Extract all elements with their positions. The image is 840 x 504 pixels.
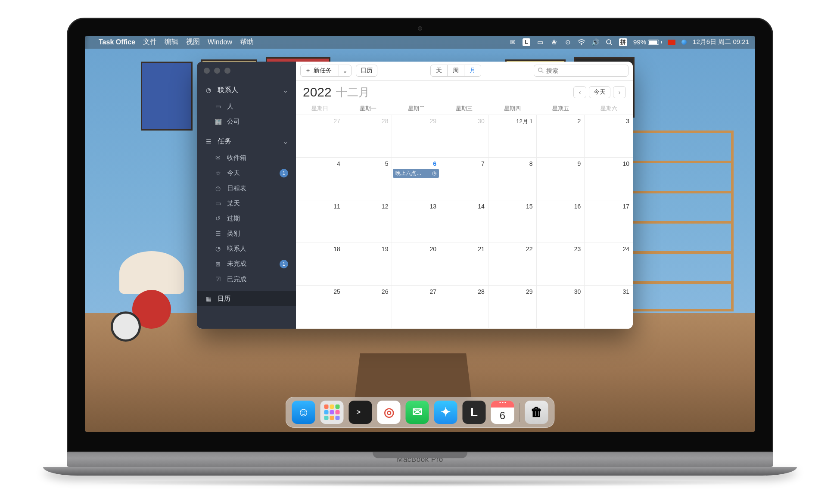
sidebar-item-person[interactable]: ◔联系人 [197, 241, 296, 256]
fullscreen-icon[interactable] [224, 68, 230, 74]
dock-app-chrome[interactable]: ◎ [377, 401, 401, 424]
calendar-cell[interactable]: 16 [537, 200, 585, 243]
sidebar-item-check-square[interactable]: ☑已完成 [197, 272, 296, 287]
menu-file[interactable]: 文件 [143, 37, 157, 47]
calendar-cell[interactable]: 26 [344, 286, 392, 328]
sidebar-item-calendar[interactable]: ▦ 日历 [197, 291, 296, 306]
menubar-app-name[interactable]: Task Office [99, 38, 135, 46]
dock-app-wechat[interactable]: ✉ [406, 401, 429, 424]
battery-indicator[interactable]: 99% [633, 38, 662, 46]
calendar-cell[interactable]: 25 [296, 286, 344, 328]
calendar-cell[interactable]: 23 [537, 243, 585, 286]
calendar-cell[interactable]: 12 [344, 200, 392, 243]
calendar-cell[interactable]: 21 [440, 243, 488, 286]
calendar-cell[interactable]: 30 [537, 286, 585, 328]
dock-app-finder[interactable]: ☺ [292, 401, 315, 424]
day-number: 19 [382, 246, 389, 252]
sidebar-item-history[interactable]: ↺过期 [197, 211, 296, 226]
calendar-cell[interactable]: 6晚上六点…◷ [392, 158, 440, 200]
calendar-cell[interactable]: 2 [537, 115, 585, 158]
chevron-down-icon[interactable]: ⌄ [339, 65, 351, 76]
calendar-cell[interactable]: 3 [585, 115, 633, 158]
sidebar-item-company[interactable]: 🏢 公司 [197, 114, 296, 129]
day-number: 5 [385, 160, 389, 167]
prev-month-button[interactable]: ‹ [573, 86, 586, 98]
sidebar-item-label: 已完成 [227, 275, 246, 283]
calendar-cell[interactable]: 29 [392, 115, 440, 158]
new-task-button[interactable]: ＋新任务 ⌄ [300, 65, 352, 77]
view-week[interactable]: 周 [447, 65, 464, 76]
calendar-cell[interactable]: 17 [585, 200, 633, 243]
dock-app-calendar[interactable]: 6 [491, 401, 514, 424]
sidebar-item-x-square[interactable]: ⊠未完成1 [197, 256, 296, 272]
dock-app-safari[interactable]: ✦ [434, 401, 457, 424]
minimize-icon[interactable] [214, 68, 220, 74]
calendar-cell[interactable]: 5 [344, 158, 392, 200]
calendar-cell[interactable]: 28 [440, 286, 488, 328]
calendar-cell[interactable]: 12月 1 [488, 115, 537, 158]
laptop-base: MacBook Pro [67, 452, 773, 467]
calendar-cell[interactable]: 27 [296, 115, 344, 158]
calendar-cell[interactable]: 27 [392, 286, 440, 328]
calendar-cell[interactable]: 11 [296, 200, 344, 243]
calendar-cell[interactable]: 9 [537, 158, 585, 200]
next-month-button[interactable]: › [613, 86, 626, 98]
calendar-cell[interactable]: 8 [488, 158, 537, 200]
menu-view[interactable]: 视图 [186, 37, 200, 47]
sidebar-section-tasks[interactable]: ☰ 任务 ⌄ [197, 133, 296, 150]
day-number: 23 [574, 246, 581, 252]
sidebar-item-star[interactable]: ☆今天1 [197, 165, 296, 181]
menu-help[interactable]: 帮助 [240, 37, 254, 47]
dock-app-l-app[interactable]: L [463, 401, 486, 424]
calendar-button[interactable]: 日历 [356, 65, 377, 77]
menu-window[interactable]: Window [208, 38, 232, 46]
volume-icon[interactable]: 🔊 [591, 38, 599, 46]
dock-app-launchpad[interactable] [320, 401, 344, 424]
input-flag-icon[interactable] [668, 40, 675, 45]
laptop-frame: Task Office 文件 编辑 视图 Window 帮助 ✉ L ▭ ❀ ⊙ [67, 18, 773, 487]
view-day[interactable]: 天 [431, 65, 447, 76]
calendar-cell[interactable]: 14 [440, 200, 488, 243]
photos-icon[interactable]: ❀ [550, 38, 558, 46]
spotlight-icon[interactable] [605, 38, 613, 46]
calendar-event[interactable]: 晚上六点…◷ [393, 169, 439, 178]
search-field[interactable] [534, 65, 628, 77]
calendar-cell[interactable]: 15 [488, 200, 537, 243]
sidebar-section-contacts[interactable]: ◔ 联系人 ⌄ [197, 81, 296, 99]
calendar-cell[interactable]: 30 [440, 115, 488, 158]
calendar-cell[interactable]: 20 [392, 243, 440, 286]
display-icon[interactable]: ▭ [536, 38, 544, 46]
dock-app-terminal[interactable]: >_ [349, 401, 372, 424]
siri-icon[interactable] [681, 40, 687, 45]
view-month[interactable]: 月 [464, 65, 481, 76]
menubar-datetime[interactable]: 12月6日 周二 09:21 [693, 38, 749, 46]
menu-edit[interactable]: 编辑 [165, 37, 178, 47]
sidebar-item-calendar-day[interactable]: ▭某天 [197, 196, 296, 211]
wechat-menubar-icon[interactable]: ✉ [509, 38, 516, 46]
calendar-cell[interactable]: 4 [296, 158, 344, 200]
calendar-cell[interactable]: 29 [488, 286, 537, 328]
sidebar-item-tag[interactable]: ☰类别 [197, 226, 296, 241]
l-menubar-icon[interactable]: L [523, 38, 530, 46]
calendar-cell[interactable]: 13 [392, 200, 440, 243]
ime-indicator[interactable]: 拼 [619, 38, 627, 46]
calendar-cell[interactable]: 28 [344, 115, 392, 158]
wifi-icon[interactable] [578, 38, 585, 46]
today-button[interactable]: 今天 [589, 86, 610, 98]
calendar-cell[interactable]: 24 [585, 243, 633, 286]
close-icon[interactable] [204, 68, 210, 74]
search-input[interactable] [546, 67, 625, 74]
play-icon[interactable]: ⊙ [564, 38, 572, 46]
calendar-cell[interactable]: 7 [440, 158, 488, 200]
calendar-cell[interactable]: 19 [344, 243, 392, 286]
sidebar-item-inbox[interactable]: ✉收件箱 [197, 150, 296, 165]
calendar-cell[interactable]: 18 [296, 243, 344, 286]
calendar-cell[interactable]: 10 [585, 158, 633, 200]
laptop-notch [373, 452, 467, 458]
sidebar-item-people[interactable]: ▭ 人 [197, 99, 296, 114]
sidebar-item-clock[interactable]: ◷日程表 [197, 181, 296, 196]
calendar-cell[interactable]: 31 [585, 286, 633, 328]
trash-icon[interactable]: 🗑 [525, 401, 548, 424]
day-number: 24 [622, 246, 629, 252]
calendar-cell[interactable]: 22 [488, 243, 537, 286]
